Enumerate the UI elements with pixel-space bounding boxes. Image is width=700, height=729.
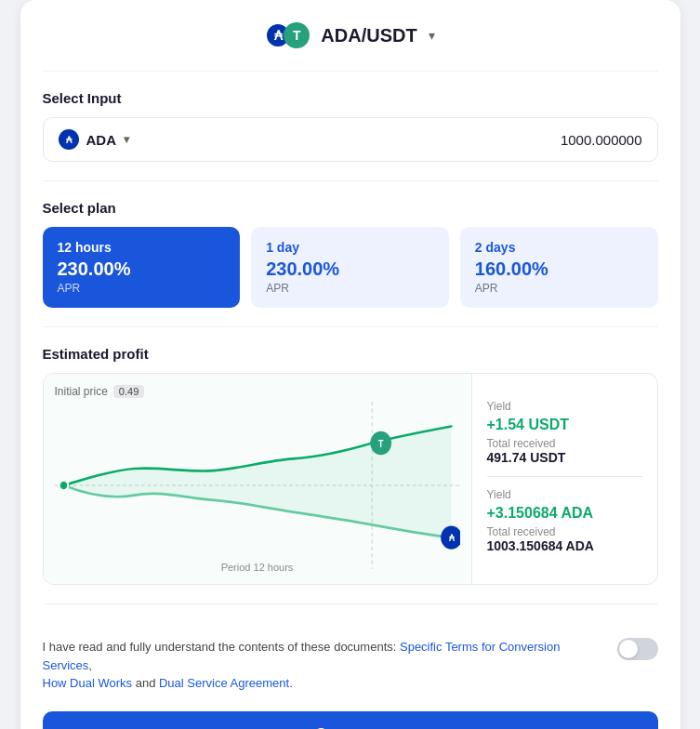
plan-apr-label-0: APR [58,282,226,295]
stat-total-value-0: 491.74 USDT [487,450,642,465]
input-left: ₳ ADA ▾ [59,129,130,150]
ada-small-icon: ₳ [59,129,79,150]
stat-total-label-1: Total received [487,525,642,538]
stat-yield-label-1: Yield [487,488,642,501]
plan-duration-0: 12 hours [58,240,226,255]
stat-block-ada: Yield +3.150684 ADA Total received 1003.… [487,476,642,564]
divider-2 [43,180,658,181]
chart-initial-label: Initial price 0.49 [55,385,460,398]
stat-block-usdt: Yield +1.54 USDT Total received 491.74 U… [487,389,642,476]
stat-yield-value-0: +1.54 USDT [487,417,642,433]
header: ₳ T ADA/USDT ▾ [43,22,658,48]
toggle-knob [619,640,638,658]
plan-apr-1: 230.00% [266,258,434,280]
pair-icon: ₳ T [265,22,310,48]
consent-link-2[interactable]: How Dual Works [43,676,133,690]
pair-chevron-icon[interactable]: ▾ [429,28,435,43]
consent-text: I have read and fully understand the con… [43,638,602,693]
input-selector[interactable]: ₳ ADA ▾ 1000.000000 [43,117,658,162]
estimated-profit-label: Estimated profit [43,346,658,362]
start-now-button[interactable]: Start now [43,711,658,730]
chart-section: Initial price 0.49 T [43,373,658,585]
toggle-wrap [617,638,658,664]
plan-duration-1: 1 day [266,240,434,255]
plan-card-0[interactable]: 12 hours 230.00% APR [43,227,241,308]
pair-name: ADA/USDT [321,25,416,46]
plan-grid: 12 hours 230.00% APR 1 day 230.00% APR 2… [43,227,658,308]
chart-svg: T ₳ [55,402,460,569]
select-plan-label: Select plan [43,200,658,216]
divider-3 [43,326,658,327]
stat-yield-label-0: Yield [487,400,642,413]
select-input-label: Select Input [43,90,658,106]
svg-text:₳: ₳ [448,534,455,544]
initial-price-badge: 0.49 [113,385,144,398]
chart-period-label: Period 12 hours [221,562,294,573]
svg-point-2 [59,481,67,491]
stat-total-label-0: Total received [487,437,642,450]
plan-apr-label-2: APR [475,282,643,295]
consent-toggle[interactable] [617,638,658,660]
input-coin-chevron: ▾ [124,133,129,146]
main-card: ₳ T ADA/USDT ▾ Select Input ₳ ADA ▾ 1000… [20,0,680,729]
plan-duration-2: 2 days [475,240,643,255]
svg-text:T: T [377,438,384,449]
chart-stats: Yield +1.54 USDT Total received 491.74 U… [471,374,657,584]
consent-link-3[interactable]: Dual Service Agreement [159,676,289,690]
input-value: 1000.000000 [561,132,642,148]
consent-row: I have read and fully understand the con… [43,623,658,708]
plan-apr-label-1: APR [266,282,434,295]
divider-1 [43,71,658,72]
stat-yield-value-1: +3.150684 ADA [487,505,642,522]
plan-card-1[interactable]: 1 day 230.00% APR [251,227,449,308]
input-coin-label: ADA [86,132,117,148]
plan-card-2[interactable]: 2 days 160.00% APR [460,227,658,308]
plan-apr-0: 230.00% [58,258,226,280]
chart-area: Initial price 0.49 T [44,374,471,584]
plan-apr-2: 160.00% [475,258,643,280]
divider-4 [43,603,658,604]
stat-total-value-1: 1003.150684 ADA [487,538,642,553]
usdt-icon: T [284,22,310,48]
